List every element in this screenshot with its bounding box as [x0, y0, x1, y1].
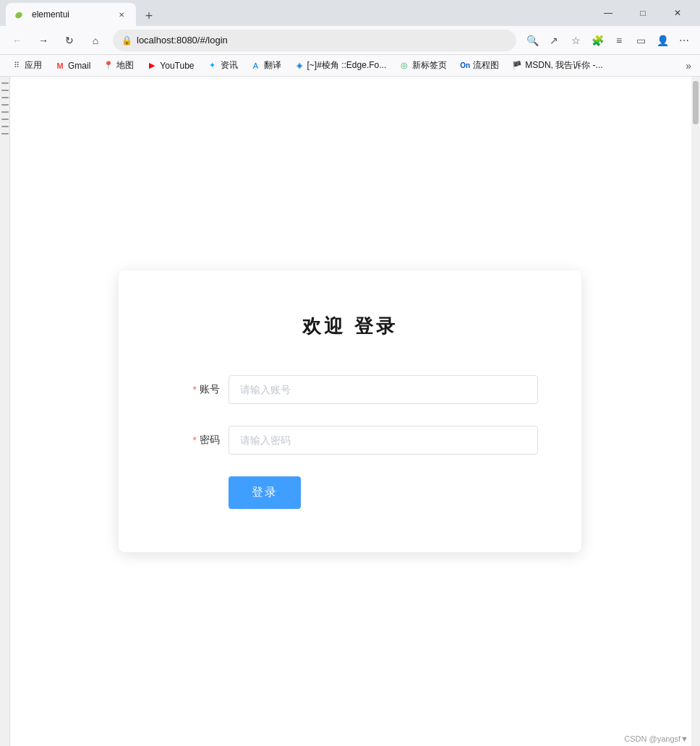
password-label-text: 密码 — [200, 434, 220, 447]
bookmark-gmail-label: Gmail — [68, 61, 90, 71]
search-icon-btn[interactable]: 🔍 — [522, 30, 542, 51]
active-tab[interactable]: elementui ✕ — [6, 3, 136, 26]
newtab-icon: ◎ — [399, 61, 409, 71]
apps-icon: ⠿ — [12, 61, 22, 71]
bookmark-flowchart-label: 流程图 — [473, 59, 499, 72]
login-card: 欢迎 登录 * 账号 * 密码 登录 — [119, 270, 581, 552]
bookmark-news[interactable]: ✦ 资讯 — [202, 57, 244, 74]
bookmark-translate-label: 翻译 — [264, 59, 281, 72]
login-button[interactable]: 登录 — [229, 476, 301, 509]
maximize-button[interactable]: □ — [626, 1, 660, 25]
scrollbar[interactable] — [691, 77, 700, 746]
bookmark-gmail[interactable]: M Gmail — [49, 59, 96, 73]
collections-icon-btn[interactable]: ≡ — [609, 30, 629, 51]
lock-icon: 🔒 — [121, 35, 132, 46]
msdn-icon: 🏴 — [512, 61, 522, 71]
url-text: localhost:8080/#/login — [137, 35, 228, 46]
tab-close-button[interactable]: ✕ — [116, 9, 127, 20]
back-button[interactable]: ← — [6, 29, 29, 52]
side-icon-4 — [1, 104, 9, 106]
bookmark-apps-label: 应用 — [25, 59, 42, 72]
side-icon-8 — [1, 133, 9, 134]
watermark: CSDN @yangsf▼ — [624, 734, 688, 743]
bookmark-msdn[interactable]: 🏴 MSDN, 我告诉你 -... — [506, 57, 608, 74]
account-input[interactable] — [229, 375, 538, 404]
tab-area: elementui ✕ + — [6, 0, 592, 26]
account-form-item: * 账号 — [162, 375, 538, 404]
extensions-icon-btn[interactable]: 🧩 — [587, 30, 607, 51]
home-button[interactable]: ⌂ — [84, 29, 107, 52]
menu-icon-btn[interactable]: ⋯ — [674, 30, 694, 51]
bookmarks-bar: ⠿ 应用 M Gmail 📍 地图 ▶ YouTube ✦ 资讯 A 翻译 ◈ … — [0, 55, 700, 77]
forward-button[interactable]: → — [32, 29, 55, 52]
bookmark-news-label: 资讯 — [221, 59, 238, 72]
scrollbar-thumb[interactable] — [693, 81, 699, 124]
side-icon-5 — [1, 111, 9, 113]
refresh-button[interactable]: ↻ — [58, 29, 81, 52]
edge-forum-icon: ◈ — [294, 61, 304, 71]
favorites-icon-btn[interactable]: ☆ — [565, 30, 586, 51]
svg-point-0 — [15, 11, 23, 20]
account-label: * 账号 — [162, 383, 220, 396]
more-bookmarks-button[interactable]: » — [683, 57, 694, 74]
new-tab-button[interactable]: + — [139, 6, 159, 26]
bookmark-maps-label: 地图 — [116, 59, 134, 72]
button-area: 登录 — [162, 476, 538, 509]
bookmark-newtab-label: 新标签页 — [412, 59, 447, 72]
bookmark-edge-forum[interactable]: ◈ [~]#棱角 ::Edge.Fo... — [289, 57, 393, 74]
news-icon: ✦ — [208, 61, 218, 71]
maps-icon: 📍 — [103, 61, 114, 71]
tab-title: elementui — [32, 9, 110, 20]
close-button[interactable]: ✕ — [661, 1, 694, 25]
bookmark-newtab[interactable]: ◎ 新标签页 — [393, 57, 453, 74]
share-icon-btn[interactable]: ↗ — [544, 30, 564, 51]
bookmark-edge-forum-label: [~]#棱角 ::Edge.Fo... — [307, 59, 387, 72]
tab-favicon — [14, 9, 26, 20]
toolbar-icons: 🔍 ↗ ☆ 🧩 ≡ ▭ 👤 ⋯ — [522, 30, 694, 51]
password-input[interactable] — [229, 426, 538, 455]
bookmark-apps[interactable]: ⠿ 应用 — [6, 57, 48, 74]
sidebar-icon-btn[interactable]: ▭ — [631, 30, 651, 51]
browser-window: elementui ✕ + — □ ✕ ← → ↻ ⌂ 🔒 localhost:… — [0, 0, 700, 746]
side-icon-7 — [1, 126, 9, 127]
side-icon-3 — [1, 97, 9, 98]
bookmark-maps[interactable]: 📍 地图 — [98, 57, 140, 74]
url-bar[interactable]: 🔒 localhost:8080/#/login — [113, 30, 516, 51]
side-icon-2 — [1, 90, 9, 91]
bookmark-msdn-label: MSDN, 我告诉你 -... — [525, 59, 602, 72]
address-bar: ← → ↻ ⌂ 🔒 localhost:8080/#/login 🔍 ↗ ☆ 🧩… — [0, 26, 700, 55]
account-required-star: * — [193, 384, 197, 395]
side-icon-6 — [1, 119, 9, 120]
password-label: * 密码 — [162, 434, 220, 447]
bookmark-youtube-label: YouTube — [160, 61, 194, 71]
bookmark-youtube[interactable]: ▶ YouTube — [141, 59, 200, 73]
password-required-star: * — [193, 434, 197, 446]
password-form-item: * 密码 — [162, 426, 538, 455]
login-title: 欢迎 登录 — [162, 314, 538, 339]
minimize-button[interactable]: — — [592, 1, 625, 25]
gmail-icon: M — [55, 61, 65, 71]
account-label-text: 账号 — [200, 383, 220, 396]
youtube-icon: ▶ — [147, 61, 157, 71]
side-icon-1 — [1, 82, 9, 84]
title-bar: elementui ✕ + — □ ✕ — [0, 0, 700, 26]
side-panel — [0, 77, 10, 746]
window-controls: — □ ✕ — [592, 1, 694, 25]
flowchart-icon: On — [460, 61, 470, 71]
bookmark-translate[interactable]: A 翻译 — [245, 57, 287, 74]
bookmark-flowchart[interactable]: On 流程图 — [454, 57, 505, 74]
translate-icon: A — [251, 61, 261, 71]
profile-icon-btn[interactable]: 👤 — [652, 30, 673, 51]
page-content: 欢迎 登录 * 账号 * 密码 登录 — [0, 77, 700, 746]
